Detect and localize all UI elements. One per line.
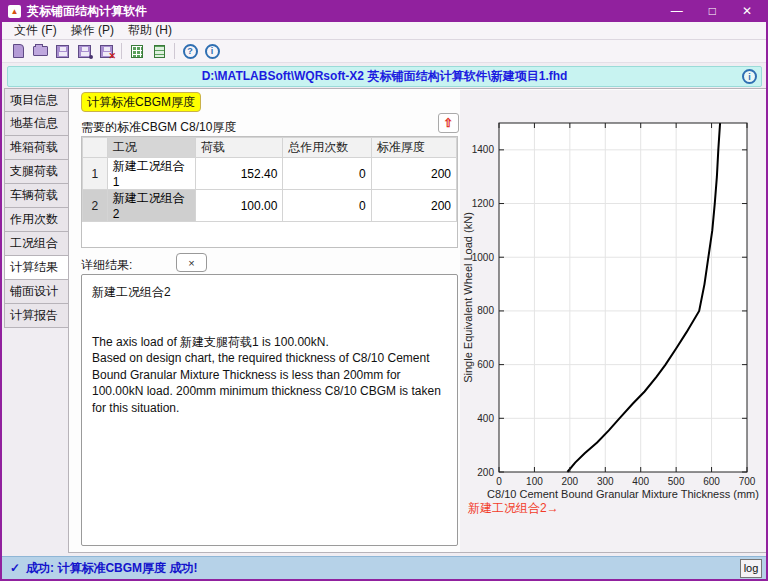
table-caption: 需要的标准CBGM C8/10厚度 — [81, 119, 236, 136]
excel-grid-icon — [131, 45, 143, 58]
sidebar-item-calculation-results[interactable]: 计算结果 — [4, 256, 69, 280]
design-chart-svg: 0100200300400500600700200400600800100012… — [460, 90, 767, 552]
sidebar-item-leg-load[interactable]: 支腿荷载 — [4, 160, 69, 184]
col-header-load: 荷载 — [196, 138, 283, 158]
about-icon: i — [205, 44, 220, 59]
svg-text:200: 200 — [562, 476, 579, 487]
export-excel-button[interactable] — [126, 42, 148, 61]
cell-times[interactable]: 0 — [283, 158, 371, 190]
sidebar-item-calculation-report[interactable]: 计算报告 — [4, 304, 69, 328]
detail-close-button[interactable]: × — [176, 253, 207, 272]
table-row: 2 新建工况组合2 100.00 0 200 — [83, 190, 457, 222]
open-folder-icon — [33, 46, 48, 56]
title-bar[interactable]: ▲ 英标铺面结构计算软件 — □ ✕ — [0, 0, 768, 22]
cell-times[interactable]: 0 — [283, 190, 371, 222]
svg-text:400: 400 — [632, 476, 649, 487]
svg-text:200: 200 — [477, 467, 494, 478]
sidebar-item-container-load[interactable]: 堆箱荷载 — [4, 136, 69, 160]
cell-load[interactable]: 100.00 — [196, 190, 283, 222]
row-number: 1 — [83, 158, 108, 190]
sidebar-item-load-combination[interactable]: 工况组合 — [4, 232, 69, 256]
project-path: D:\MATLABSoft\WQRsoft-X2 英标铺面结构计算软件\新建项目… — [8, 68, 761, 85]
report-doc-icon — [154, 45, 165, 58]
row-number-header — [83, 138, 108, 158]
save-file-button[interactable] — [51, 42, 73, 61]
save-as-button[interactable] — [73, 42, 95, 61]
row-number: 2 — [83, 190, 108, 222]
svg-text:100: 100 — [526, 476, 543, 487]
cell-case-name[interactable]: 新建工况组合2 — [107, 190, 195, 222]
svg-text:0: 0 — [496, 476, 502, 487]
cell-case-name[interactable]: 新建工况组合1 — [107, 158, 195, 190]
svg-text:600: 600 — [477, 359, 494, 370]
col-header-thickness: 标准厚度 — [371, 138, 456, 158]
svg-text:500: 500 — [668, 476, 685, 487]
table-row: 1 新建工况组合1 152.40 0 200 — [83, 158, 457, 190]
save-disk-icon — [56, 45, 69, 58]
design-chart: 0100200300400500600700200400600800100012… — [460, 90, 767, 552]
svg-text:300: 300 — [597, 476, 614, 487]
svg-text:700: 700 — [739, 476, 756, 487]
col-header-times: 总作用次数 — [283, 138, 371, 158]
about-button[interactable]: i — [201, 42, 223, 61]
maximize-button[interactable]: □ — [709, 0, 716, 22]
calc-cbgm-thickness-button[interactable]: 计算标准CBGM厚度 — [81, 92, 201, 112]
svg-text:1000: 1000 — [472, 252, 495, 263]
cell-thickness[interactable]: 200 — [371, 158, 456, 190]
svg-text:新建工况组合2→: 新建工况组合2→ — [468, 501, 559, 515]
new-file-button[interactable] — [7, 42, 29, 61]
sidebar-item-foundation-info[interactable]: 地基信息 — [4, 112, 69, 136]
toolbar-separator — [121, 43, 122, 59]
sidebar-item-vehicle-load[interactable]: 车辆荷载 — [4, 184, 69, 208]
new-file-icon — [13, 44, 24, 58]
detail-result-text[interactable]: 新建工况组合2 The axis load of 新建支腿荷载1 is 100.… — [81, 274, 458, 546]
toolbar: ✕ ? i — [2, 40, 766, 63]
svg-text:800: 800 — [477, 305, 494, 316]
close-file-x-icon: ✕ — [108, 52, 116, 61]
menu-operation[interactable]: 操作 (P) — [65, 21, 120, 40]
sidebar-item-pavement-design[interactable]: 铺面设计 — [4, 280, 69, 304]
svg-text:400: 400 — [477, 413, 494, 424]
open-file-button[interactable] — [29, 42, 51, 61]
success-check-icon: ✓ — [10, 561, 20, 575]
up-arrow-icon: ⇧ — [443, 116, 453, 130]
cell-load[interactable]: 152.40 — [196, 158, 283, 190]
info-icon[interactable]: i — [742, 69, 757, 84]
help-icon: ? — [183, 44, 198, 59]
detail-result-label: 详细结果: — [81, 257, 132, 274]
close-button[interactable]: ✕ — [742, 0, 752, 22]
export-table-button[interactable]: ⇧ — [438, 113, 459, 133]
sidebar-item-project-info[interactable]: 项目信息 — [4, 88, 69, 112]
table-header-row: 工况 荷载 总作用次数 标准厚度 — [83, 138, 457, 158]
menu-bar: 文件 (F) 操作 (P) 帮助 (H) — [2, 22, 766, 40]
svg-text:600: 600 — [703, 476, 720, 487]
status-bar: ✓ 成功: 计算标准CBGM厚度 成功! log — [2, 556, 766, 579]
log-button[interactable]: log — [740, 559, 762, 578]
col-header-case: 工况 — [107, 138, 195, 158]
svg-text:1200: 1200 — [472, 198, 495, 209]
menu-help[interactable]: 帮助 (H) — [122, 21, 178, 40]
close-file-button[interactable]: ✕ — [95, 42, 117, 61]
app-logo-icon: ▲ — [8, 5, 21, 18]
svg-text:1400: 1400 — [472, 144, 495, 155]
window-title: 英标铺面结构计算软件 — [27, 3, 147, 20]
svg-text:C8/10 Cement Bound Granular Mi: C8/10 Cement Bound Granular Mixture Thic… — [487, 488, 759, 500]
project-path-bar: D:\MATLABSoft\WQRsoft-X2 英标铺面结构计算软件\新建项目… — [7, 66, 762, 87]
menu-file[interactable]: 文件 (F) — [8, 21, 63, 40]
sidebar-item-application-times[interactable]: 作用次数 — [4, 208, 69, 232]
minimize-button[interactable]: — — [671, 0, 683, 22]
status-message: 成功: 计算标准CBGM厚度 成功! — [26, 560, 197, 577]
content-panel: 计算标准CBGM厚度 需要的标准CBGM C8/10厚度 ⇧ 工况 荷载 总作用… — [68, 88, 767, 553]
results-table: 工况 荷载 总作用次数 标准厚度 1 新建工况组合1 152.40 0 200 … — [81, 136, 458, 248]
svg-text:Single Equivalent Wheel Load (: Single Equivalent Wheel Load (kN) — [462, 212, 474, 383]
cell-thickness[interactable]: 200 — [371, 190, 456, 222]
save-as-badge-icon — [89, 55, 93, 59]
help-button[interactable]: ? — [179, 42, 201, 61]
export-report-button[interactable] — [148, 42, 170, 61]
toolbar-separator — [174, 43, 175, 59]
app-window: ▲ 英标铺面结构计算软件 — □ ✕ 文件 (F) 操作 (P) 帮助 (H) … — [0, 0, 768, 581]
sidebar: 项目信息 地基信息 堆箱荷载 支腿荷载 车辆荷载 作用次数 工况组合 计算结果 … — [4, 88, 69, 328]
